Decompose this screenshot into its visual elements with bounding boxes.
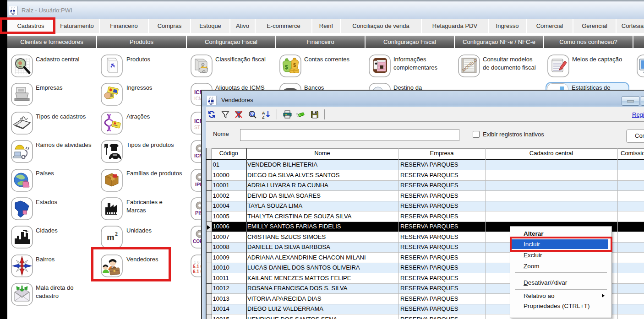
svg-text:2: 2 (115, 231, 118, 237)
svg-text:$: $ (293, 62, 296, 68)
svg-text:m: m (107, 232, 115, 242)
svg-text:IPI: IPI (195, 182, 201, 187)
svg-text:$: $ (285, 64, 288, 70)
svg-text:Z: Z (262, 115, 265, 119)
svg-text:n: n (251, 112, 254, 117)
svg-text:ST: ST (194, 125, 200, 130)
